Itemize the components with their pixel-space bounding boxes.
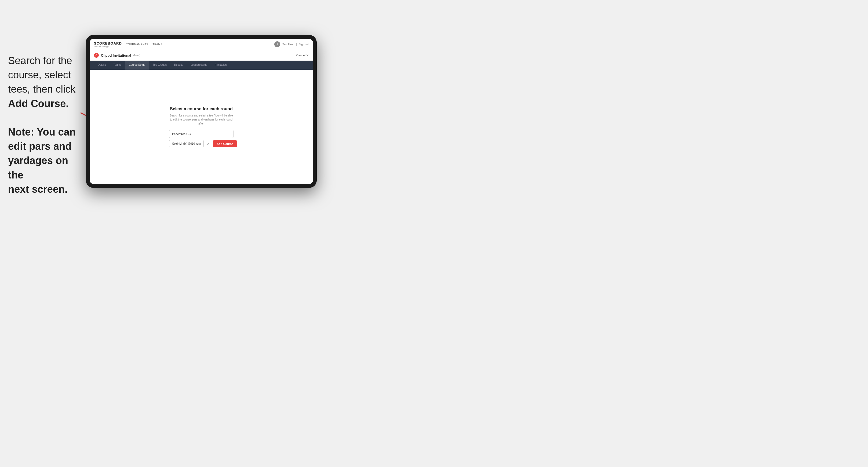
logo-sub: Powered by clippd: [94, 45, 122, 47]
tab-bar: Details Teams Course Setup Tee Groups Re…: [90, 61, 313, 70]
tab-tee-groups[interactable]: Tee Groups: [149, 61, 170, 70]
clear-tee-button[interactable]: ✕: [206, 142, 211, 146]
tee-select-row: Gold (M) (M) (7010 yds) ✕ Add Course: [169, 140, 234, 147]
nav-tournaments[interactable]: TOURNAMENTS: [126, 43, 148, 46]
tab-teams[interactable]: Teams: [110, 61, 125, 70]
course-select-desc: Search for a course and select a tee. Yo…: [169, 114, 234, 126]
tab-details[interactable]: Details: [94, 61, 110, 70]
cancel-button[interactable]: Cancel ✕: [296, 54, 309, 57]
nav-links: TOURNAMENTS TEAMS: [126, 43, 163, 46]
logo-area: SCOREBOARD Powered by clippd: [94, 41, 122, 47]
tournament-title: C Clippd Invitational (Men): [94, 53, 141, 58]
logo-text: SCOREBOARD: [94, 41, 122, 45]
tab-printables[interactable]: Printables: [211, 61, 230, 70]
tournament-header: C Clippd Invitational (Men) Cancel ✕: [90, 50, 313, 61]
signout-link[interactable]: Sign out: [299, 43, 309, 46]
main-content: Select a course for each round Search fo…: [90, 70, 313, 184]
tee-select-wrapper: Gold (M) (M) (7010 yds): [169, 140, 204, 147]
annotation-text: Search for the course, select tees, then…: [8, 54, 83, 196]
course-search-input[interactable]: [169, 130, 234, 138]
tab-leaderboards[interactable]: Leaderboards: [187, 61, 211, 70]
nav-right: T Test User | Sign out: [274, 41, 309, 47]
nav-teams[interactable]: TEAMS: [152, 43, 162, 46]
user-label: Test User: [282, 43, 293, 46]
tournament-name: Clippd Invitational: [101, 54, 131, 57]
tablet-screen: SCOREBOARD Powered by clippd TOURNAMENTS…: [90, 39, 313, 184]
tournament-badge: (Men): [133, 54, 141, 57]
nav-divider: |: [296, 43, 297, 46]
top-nav: SCOREBOARD Powered by clippd TOURNAMENTS…: [90, 39, 313, 50]
nav-left: SCOREBOARD Powered by clippd TOURNAMENTS…: [94, 41, 162, 47]
course-select-title: Select a course for each round: [170, 106, 233, 112]
tablet-device: SCOREBOARD Powered by clippd TOURNAMENTS…: [86, 35, 317, 188]
tab-results[interactable]: Results: [170, 61, 187, 70]
add-course-button[interactable]: Add Course: [213, 141, 237, 147]
tab-course-setup[interactable]: Course Setup: [125, 61, 149, 70]
user-avatar: T: [274, 41, 280, 47]
tournament-icon: C: [94, 53, 99, 58]
tee-select[interactable]: Gold (M) (M) (7010 yds): [169, 140, 204, 147]
